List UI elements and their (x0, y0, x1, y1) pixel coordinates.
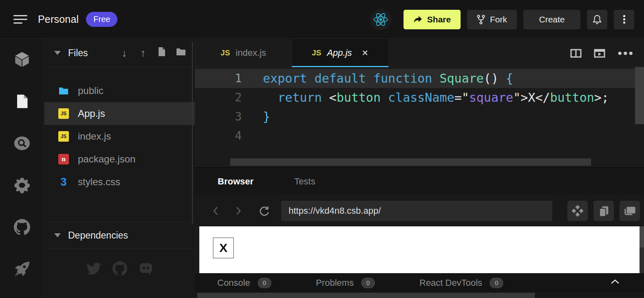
overlap-rects-button[interactable] (593, 201, 614, 221)
devtools-tab-console[interactable]: Console0 (217, 273, 271, 292)
rail-file-icon[interactable] (14, 93, 30, 110)
menu-icon[interactable] (13, 13, 27, 26)
fork-icon (477, 15, 485, 24)
twitter-icon[interactable] (86, 261, 101, 276)
files-sidebar: Files ↓↑ publicJSApp.jsJSindex.jsnpackag… (44, 39, 195, 298)
overlap-windows-button[interactable] (620, 201, 640, 221)
preview-scrollbar[interactable] (640, 226, 644, 273)
code-line-3[interactable]: 3} (195, 107, 644, 126)
code-text: return <button className="square">X</but… (263, 90, 609, 105)
activity-rail (0, 39, 44, 298)
rail-cube-icon[interactable] (14, 51, 30, 68)
chevron-up-icon[interactable] (610, 278, 620, 285)
code-text: export default function Square() { (263, 71, 513, 85)
file-list: publicJSApp.jsJSindex.jsnpackage.json3st… (44, 67, 195, 193)
devtools-tab-label: React DevTools (419, 278, 482, 288)
plan-badge[interactable]: Free (86, 12, 117, 27)
js-file-icon: JS (312, 48, 321, 57)
file-row-styles.css[interactable]: 3styles.css (44, 171, 195, 193)
split-view-icon[interactable] (570, 49, 582, 58)
rail-gear-icon[interactable] (14, 177, 30, 193)
codesandbox-app: Personal Free Share (0, 0, 644, 298)
editor-tab-App.js[interactable]: JSApp.js✕ (292, 39, 389, 67)
notifications-button[interactable] (587, 10, 607, 29)
code-text: } (263, 110, 270, 124)
files-actions: ↓↑ (119, 46, 186, 60)
diamonds-button[interactable] (567, 201, 588, 221)
editor-vertical-scrollbar[interactable] (635, 67, 644, 124)
file-name: styles.css (78, 176, 120, 188)
css-file-icon: 3 (58, 177, 69, 187)
preview-pane-icon[interactable] (594, 49, 605, 58)
code-line-2[interactable]: 2 return <button className="square">X</b… (195, 88, 644, 107)
file-row-public[interactable]: public (44, 79, 195, 102)
workspace-name[interactable]: Personal (38, 13, 79, 25)
line-number: 1 (195, 72, 258, 85)
file-row-index.js[interactable]: JSindex.js (44, 125, 195, 148)
chevron-down-icon (54, 233, 61, 237)
file-name: App.js (78, 108, 105, 119)
share-arrow-icon (413, 16, 422, 23)
back-icon[interactable] (212, 206, 219, 216)
files-section-header[interactable]: Files ↓↑ (44, 39, 195, 67)
file-name: public (78, 85, 104, 96)
preview-page: X (199, 226, 640, 273)
devtools-tab-label: Problems (316, 278, 354, 288)
preview-pane: X (195, 226, 644, 273)
overlap-windows-icon (624, 205, 636, 217)
sidebar-scrollbar[interactable] (192, 42, 193, 224)
share-button[interactable]: Share (404, 10, 461, 29)
fork-button[interactable]: Fork (467, 10, 517, 29)
discord-icon[interactable] (138, 261, 154, 276)
files-title: Files (68, 48, 88, 59)
code-editor[interactable]: 1export default function Square() {2 ret… (195, 67, 644, 167)
square-button[interactable]: X (213, 237, 234, 259)
tab-label: App.js (327, 48, 352, 58)
preview-tab-browser[interactable]: Browser (218, 176, 254, 187)
rail-rocket-icon[interactable] (14, 261, 30, 277)
rail-github-icon[interactable] (14, 219, 30, 235)
browser-toolbar-actions (567, 201, 640, 221)
editor-tabbar-actions: ••• (570, 39, 634, 67)
github-icon[interactable] (112, 261, 128, 276)
close-icon[interactable]: ✕ (362, 48, 368, 58)
editor-tab-index.js[interactable]: JSindex.js (195, 39, 292, 67)
new-folder-icon[interactable] (175, 47, 186, 59)
rail-search-icon[interactable] (14, 135, 30, 151)
more-options-button[interactable] (614, 10, 634, 29)
npm-file-icon: n (58, 154, 69, 164)
folder-icon (58, 85, 69, 96)
preview-tab-tests[interactable]: Tests (294, 176, 315, 187)
count-badge: 0 (490, 278, 503, 288)
refresh-icon[interactable] (258, 205, 270, 217)
dependencies-section-header[interactable]: Dependencies (44, 222, 195, 249)
file-row-package.json[interactable]: npackage.json (44, 148, 195, 171)
forward-icon[interactable] (235, 206, 242, 216)
js-file-icon: JS (58, 131, 69, 142)
devtools-bar: Console0Problems0React DevTools0 (195, 273, 644, 292)
preview-tab-bar: BrowserTests (195, 167, 644, 195)
count-badge: 0 (258, 278, 271, 288)
js-file-icon: JS (58, 108, 69, 119)
new-file-icon[interactable] (157, 46, 167, 60)
editor-horizontal-scrollbar[interactable] (230, 158, 591, 166)
url-input[interactable]: https://vkd4n8.csb.app/ (281, 201, 552, 221)
file-row-App.js[interactable]: JSApp.js (44, 102, 195, 125)
top-bar: Personal Free Share (0, 0, 644, 39)
upload-arrow-icon[interactable]: ↑ (138, 47, 148, 59)
devtools-tab-problems[interactable]: Problems0 (316, 273, 375, 292)
editor-more-icon[interactable]: ••• (618, 49, 634, 57)
line-number: 4 (195, 129, 258, 142)
download-arrow-icon[interactable]: ↓ (119, 47, 130, 59)
devtools-tab-react-devtools[interactable]: React DevTools0 (419, 273, 503, 292)
editor-tab-bar: JSindex.jsJSApp.js✕ ••• (195, 39, 644, 67)
tab-label: index.js (236, 48, 266, 58)
diamonds-icon (571, 205, 584, 217)
editor-column: JSindex.jsJSApp.js✕ ••• 1export (195, 39, 644, 298)
code-line-4[interactable]: 4 (195, 126, 644, 145)
code-line-1[interactable]: 1export default function Square() { (195, 69, 644, 88)
overlap-rects-icon (598, 205, 610, 217)
browser-toolbar: https://vkd4n8.csb.app/ (195, 195, 644, 226)
create-button[interactable]: Create (523, 10, 580, 29)
devtools-scrollbar[interactable] (195, 292, 644, 298)
